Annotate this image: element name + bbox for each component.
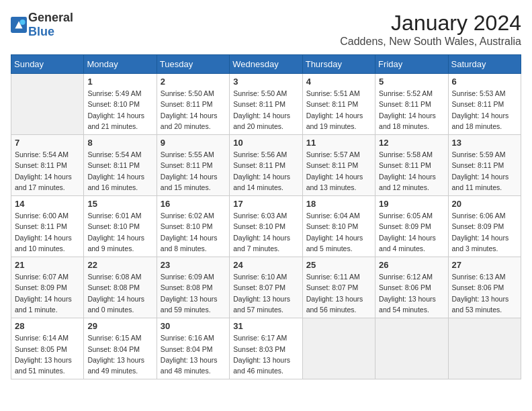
day-info: Sunrise: 6:16 AM Sunset: 8:04 PM Dayligh…: [161, 332, 226, 376]
day-info: Sunrise: 5:59 AM Sunset: 8:11 PM Dayligh…: [452, 149, 517, 193]
month-title: January 2024: [340, 11, 521, 36]
calendar-cell: 8Sunrise: 5:54 AM Sunset: 8:11 PM Daylig…: [84, 135, 157, 196]
calendar-cell: 10Sunrise: 5:56 AM Sunset: 8:11 PM Dayli…: [230, 135, 302, 196]
calendar-cell: 24Sunrise: 6:10 AM Sunset: 8:07 PM Dayli…: [230, 257, 302, 318]
calendar-week-row: 21Sunrise: 6:07 AM Sunset: 8:09 PM Dayli…: [11, 257, 521, 318]
day-number: 12: [379, 138, 444, 148]
calendar-table: SundayMondayTuesdayWednesdayThursdayFrid…: [11, 54, 521, 379]
day-info: Sunrise: 6:15 AM Sunset: 8:04 PM Dayligh…: [87, 332, 152, 376]
calendar-cell: 15Sunrise: 6:01 AM Sunset: 8:10 PM Dayli…: [84, 196, 157, 257]
calendar-cell: 1Sunrise: 5:49 AM Sunset: 8:10 PM Daylig…: [84, 74, 157, 135]
day-info: Sunrise: 5:53 AM Sunset: 8:11 PM Dayligh…: [452, 88, 517, 132]
day-info: Sunrise: 5:52 AM Sunset: 8:11 PM Dayligh…: [379, 88, 444, 132]
day-info: Sunrise: 6:07 AM Sunset: 8:09 PM Dayligh…: [15, 271, 80, 315]
day-info: Sunrise: 6:02 AM Sunset: 8:10 PM Dayligh…: [161, 210, 226, 254]
calendar-cell: 4Sunrise: 5:51 AM Sunset: 8:11 PM Daylig…: [302, 74, 375, 135]
day-number: 11: [306, 138, 371, 148]
day-number: 1: [87, 77, 152, 87]
day-info: Sunrise: 5:55 AM Sunset: 8:11 PM Dayligh…: [161, 149, 226, 193]
calendar-cell: 19Sunrise: 6:05 AM Sunset: 8:09 PM Dayli…: [375, 196, 448, 257]
svg-point-2: [20, 19, 26, 25]
day-number: 16: [161, 199, 226, 209]
day-info: Sunrise: 6:05 AM Sunset: 8:09 PM Dayligh…: [379, 210, 444, 254]
day-info: Sunrise: 6:10 AM Sunset: 8:07 PM Dayligh…: [233, 271, 298, 315]
day-info: Sunrise: 6:13 AM Sunset: 8:06 PM Dayligh…: [452, 271, 517, 315]
day-info: Sunrise: 6:14 AM Sunset: 8:05 PM Dayligh…: [15, 332, 80, 376]
day-number: 15: [87, 199, 152, 209]
calendar-body: 1Sunrise: 5:49 AM Sunset: 8:10 PM Daylig…: [11, 74, 521, 379]
calendar-cell: 27Sunrise: 6:13 AM Sunset: 8:06 PM Dayli…: [448, 257, 521, 318]
day-number: 26: [379, 260, 444, 270]
calendar-header-row: SundayMondayTuesdayWednesdayThursdayFrid…: [11, 55, 521, 74]
calendar-cell: [375, 318, 448, 379]
day-of-week-sunday: Sunday: [11, 55, 84, 74]
calendar-cell: 20Sunrise: 6:06 AM Sunset: 8:09 PM Dayli…: [448, 196, 521, 257]
day-info: Sunrise: 5:56 AM Sunset: 8:11 PM Dayligh…: [233, 149, 298, 193]
day-info: Sunrise: 5:54 AM Sunset: 8:11 PM Dayligh…: [15, 149, 80, 193]
day-number: 4: [306, 77, 371, 87]
calendar-cell: 30Sunrise: 6:16 AM Sunset: 8:04 PM Dayli…: [157, 318, 229, 379]
calendar-cell: 6Sunrise: 5:53 AM Sunset: 8:11 PM Daylig…: [448, 74, 521, 135]
day-info: Sunrise: 6:09 AM Sunset: 8:08 PM Dayligh…: [161, 271, 226, 315]
day-info: Sunrise: 5:54 AM Sunset: 8:11 PM Dayligh…: [87, 149, 152, 193]
calendar-cell: 26Sunrise: 6:12 AM Sunset: 8:06 PM Dayli…: [375, 257, 448, 318]
day-number: 7: [15, 138, 80, 148]
location-title: Caddens, New South Wales, Australia: [340, 36, 521, 48]
calendar-cell: [11, 74, 84, 135]
calendar-cell: 14Sunrise: 6:00 AM Sunset: 8:11 PM Dayli…: [11, 196, 84, 257]
day-info: Sunrise: 6:06 AM Sunset: 8:09 PM Dayligh…: [452, 210, 517, 254]
calendar-cell: 31Sunrise: 6:17 AM Sunset: 8:03 PM Dayli…: [230, 318, 302, 379]
day-number: 8: [87, 138, 152, 148]
day-info: Sunrise: 5:51 AM Sunset: 8:11 PM Dayligh…: [306, 88, 371, 132]
calendar-cell: 21Sunrise: 6:07 AM Sunset: 8:09 PM Dayli…: [11, 257, 84, 318]
day-number: 30: [161, 321, 226, 331]
day-of-week-wednesday: Wednesday: [230, 55, 302, 74]
day-number: 5: [379, 77, 444, 87]
day-number: 17: [233, 199, 298, 209]
day-number: 9: [161, 138, 226, 148]
calendar-cell: 28Sunrise: 6:14 AM Sunset: 8:05 PM Dayli…: [11, 318, 84, 379]
day-info: Sunrise: 5:50 AM Sunset: 8:11 PM Dayligh…: [233, 88, 298, 132]
calendar-cell: 25Sunrise: 6:11 AM Sunset: 8:07 PM Dayli…: [302, 257, 375, 318]
calendar-cell: 22Sunrise: 6:08 AM Sunset: 8:08 PM Dayli…: [84, 257, 157, 318]
day-number: 3: [233, 77, 298, 87]
calendar-cell: 17Sunrise: 6:03 AM Sunset: 8:10 PM Dayli…: [230, 196, 302, 257]
calendar-cell: 12Sunrise: 5:58 AM Sunset: 8:11 PM Dayli…: [375, 135, 448, 196]
day-number: 31: [233, 321, 298, 331]
calendar-cell: 23Sunrise: 6:09 AM Sunset: 8:08 PM Dayli…: [157, 257, 229, 318]
calendar-cell: 13Sunrise: 5:59 AM Sunset: 8:11 PM Dayli…: [448, 135, 521, 196]
day-of-week-monday: Monday: [84, 55, 157, 74]
day-info: Sunrise: 6:04 AM Sunset: 8:10 PM Dayligh…: [306, 210, 371, 254]
logo-general-text: General: [28, 11, 73, 24]
day-number: 27: [452, 260, 517, 270]
calendar-week-row: 1Sunrise: 5:49 AM Sunset: 8:10 PM Daylig…: [11, 74, 521, 135]
logo-icon: [11, 17, 27, 33]
day-number: 23: [161, 260, 226, 270]
day-number: 13: [452, 138, 517, 148]
day-number: 21: [15, 260, 80, 270]
calendar-cell: 11Sunrise: 5:57 AM Sunset: 8:11 PM Dayli…: [302, 135, 375, 196]
day-info: Sunrise: 5:49 AM Sunset: 8:10 PM Dayligh…: [87, 88, 152, 132]
day-number: 14: [15, 199, 80, 209]
calendar-week-row: 28Sunrise: 6:14 AM Sunset: 8:05 PM Dayli…: [11, 318, 521, 379]
calendar-week-row: 14Sunrise: 6:00 AM Sunset: 8:11 PM Dayli…: [11, 196, 521, 257]
day-number: 18: [306, 199, 371, 209]
day-of-week-tuesday: Tuesday: [157, 55, 229, 74]
day-info: Sunrise: 6:11 AM Sunset: 8:07 PM Dayligh…: [306, 271, 371, 315]
day-of-week-friday: Friday: [375, 55, 448, 74]
day-number: 22: [87, 260, 152, 270]
calendar-cell: 5Sunrise: 5:52 AM Sunset: 8:11 PM Daylig…: [375, 74, 448, 135]
day-info: Sunrise: 6:12 AM Sunset: 8:06 PM Dayligh…: [379, 271, 444, 315]
calendar-cell: 16Sunrise: 6:02 AM Sunset: 8:10 PM Dayli…: [157, 196, 229, 257]
calendar-cell: 18Sunrise: 6:04 AM Sunset: 8:10 PM Dayli…: [302, 196, 375, 257]
calendar-week-row: 7Sunrise: 5:54 AM Sunset: 8:11 PM Daylig…: [11, 135, 521, 196]
day-info: Sunrise: 6:08 AM Sunset: 8:08 PM Dayligh…: [87, 271, 152, 315]
day-number: 29: [87, 321, 152, 331]
day-number: 24: [233, 260, 298, 270]
page-header: General Blue January 2024 Caddens, New S…: [11, 11, 521, 48]
day-info: Sunrise: 5:58 AM Sunset: 8:11 PM Dayligh…: [379, 149, 444, 193]
day-info: Sunrise: 6:03 AM Sunset: 8:10 PM Dayligh…: [233, 210, 298, 254]
day-of-week-saturday: Saturday: [448, 55, 521, 74]
calendar-cell: [302, 318, 375, 379]
logo-blue-text: Blue: [28, 25, 54, 38]
